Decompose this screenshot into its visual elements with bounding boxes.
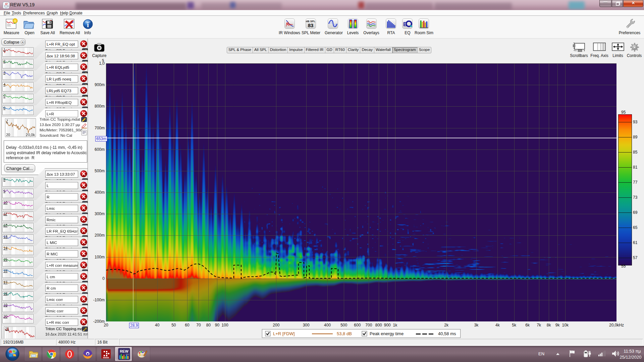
svg-text:i: i	[87, 21, 89, 28]
svg-text:9: 9	[353, 26, 354, 28]
svg-text:83: 83	[308, 22, 314, 28]
